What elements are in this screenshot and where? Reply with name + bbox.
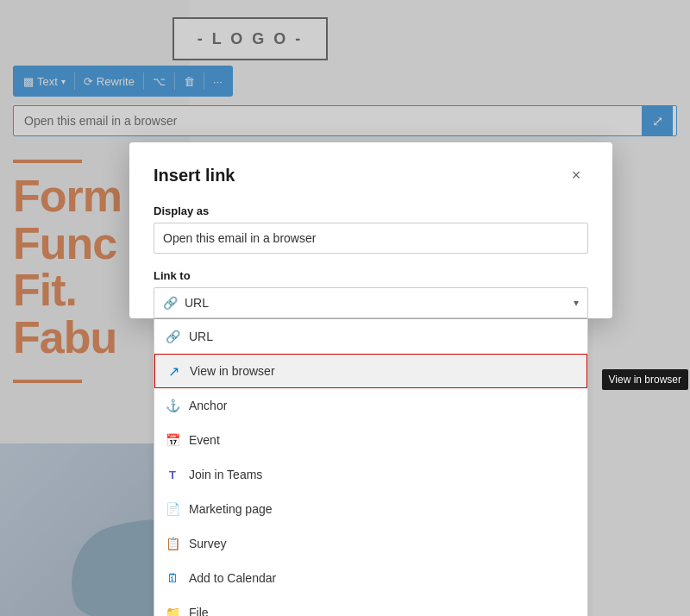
display-as-input[interactable]: [154, 223, 588, 254]
selected-option-text: URL: [185, 296, 209, 310]
modal-header: Insert link ×: [154, 163, 588, 187]
survey-icon: 📋: [165, 537, 180, 550]
calendar-icon: 🗓: [165, 571, 180, 585]
option-view-in-browser[interactable]: ↗ View in browser: [154, 354, 587, 388]
link-to-label: Link to: [154, 269, 588, 282]
file-icon: 📁: [165, 606, 180, 616]
option-file[interactable]: 📁 File: [154, 595, 587, 616]
marketing-page-icon: 📄: [165, 502, 180, 516]
event-icon: 📅: [165, 433, 180, 447]
view-in-browser-tooltip: View in browser: [602, 369, 688, 390]
teams-icon: T: [165, 468, 180, 481]
dropdown-selected[interactable]: 🔗 URL ▾: [154, 287, 588, 318]
option-url[interactable]: 🔗 URL: [154, 319, 587, 354]
option-join-in-teams[interactable]: T Join in Teams: [154, 457, 587, 492]
insert-link-modal: Insert link × Display as Link to 🔗 URL ▾…: [129, 142, 612, 318]
option-anchor[interactable]: ⚓ Anchor: [154, 388, 587, 423]
dropdown-list: 🔗 URL ↗ View in browser ⚓ Anchor 📅 Event…: [154, 319, 588, 616]
url-link-icon: 🔗: [163, 296, 178, 310]
url-icon: 🔗: [165, 330, 180, 343]
view-in-browser-icon: ↗: [166, 363, 181, 380]
anchor-icon: ⚓: [165, 399, 180, 412]
display-as-label: Display as: [154, 204, 588, 217]
modal-title: Insert link: [154, 166, 235, 185]
modal-close-button[interactable]: ×: [564, 163, 588, 187]
chevron-down-icon: ▾: [574, 297, 579, 309]
option-event[interactable]: 📅 Event: [154, 423, 587, 457]
option-add-to-calendar[interactable]: 🗓 Add to Calendar: [154, 561, 587, 595]
option-survey[interactable]: 📋 Survey: [154, 526, 587, 561]
link-to-dropdown: 🔗 URL ▾ 🔗 URL ↗ View in browser ⚓ Anchor: [154, 287, 588, 318]
option-marketing-page[interactable]: 📄 Marketing page: [154, 492, 587, 526]
